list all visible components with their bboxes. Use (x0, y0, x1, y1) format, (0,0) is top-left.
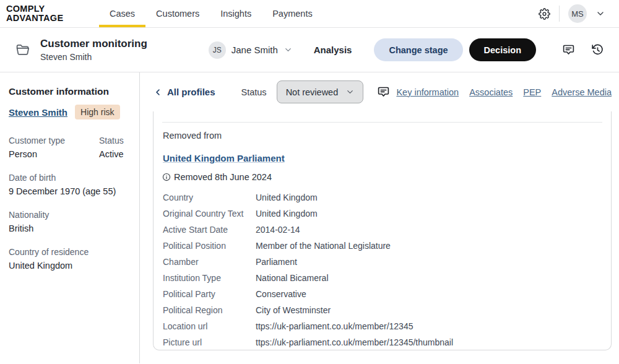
table-row: Location urlttps://uk-parliament.co.uk/m… (162, 318, 602, 334)
row-value: Member of the National Legislature (256, 238, 391, 254)
profile-comments-button[interactable] (377, 85, 390, 98)
field-label: Customer type (9, 136, 99, 145)
nav-item-payments[interactable]: Payments (262, 0, 322, 27)
field-value: British (9, 223, 131, 233)
removed-from-label: Removed from (162, 131, 602, 141)
field-value: Person (9, 149, 99, 159)
nav-item-customers[interactable]: Customers (145, 0, 210, 27)
decision-button[interactable]: Decision (469, 38, 536, 61)
row-value: ttps://uk-parliament.co.uk/member/12345/… (256, 334, 453, 350)
link-key-information[interactable]: Key information (396, 87, 459, 97)
page-body: Customer information Steven Smith High r… (0, 72, 619, 363)
change-stage-button[interactable]: Change stage (374, 38, 462, 61)
logo-line-2: ADVANTAGE (6, 14, 99, 23)
table-row: ChamberParliament (162, 254, 602, 270)
assignee-avatar: JS (209, 41, 226, 59)
case-header-actions: JS Jane Smith Analysis Change stage Deci… (209, 38, 604, 61)
row-label: Chamber (162, 254, 256, 270)
table-row: Political PartyConservative (162, 286, 602, 302)
row-label: Political Position (162, 238, 256, 254)
assignee-dropdown[interactable]: JS Jane Smith (209, 41, 293, 59)
comment-icon (562, 43, 575, 56)
comply-advantage-logo: COMPLY ADVANTAGE (6, 0, 99, 27)
history-icon (591, 43, 604, 56)
source-link[interactable]: United Kingdom Parliament (163, 153, 285, 163)
chevron-down-icon (595, 9, 605, 19)
all-profiles-back-link[interactable]: All profiles (153, 87, 215, 97)
field-date-of-birth: Date of birth 9 December 1970 (age 55) (9, 173, 131, 196)
row-value: 2014-02-14 (256, 222, 300, 238)
user-initials: MS (571, 9, 584, 19)
header-icon-group (562, 43, 604, 56)
link-associates[interactable]: Associates (469, 87, 513, 97)
field-nationality: Nationality British (9, 210, 131, 233)
status-label: Status (241, 87, 267, 97)
chevron-down-icon (284, 45, 293, 54)
status-dropdown[interactable]: Not reviewed (277, 80, 364, 103)
field-value: Active (99, 149, 131, 159)
profile-toolbar: All profiles Status Not reviewed Key inf… (153, 72, 612, 111)
case-subject-name: Steven Smith (40, 52, 147, 62)
profile-main: All profiles Status Not reviewed Key inf… (140, 72, 619, 363)
field-value: United Kingdom (9, 261, 131, 271)
row-label: Location url (162, 318, 256, 334)
status-dropdown-value: Not reviewed (286, 87, 339, 97)
nav-item-insights[interactable]: Insights (210, 0, 262, 27)
field-value: 9 December 1970 (age 55) (9, 186, 131, 196)
row-value: United Kingdom (256, 206, 318, 222)
customer-type-status-row: Customer type Person Status Active (9, 136, 131, 159)
row-label: Active Start Date (162, 222, 256, 238)
risk-badge: High risk (75, 105, 119, 119)
row-label: Political Party (162, 286, 256, 302)
field-label: Status (99, 136, 131, 145)
table-row: CountryUnited Kingdom (162, 189, 602, 206)
row-value: United Kingdom (256, 189, 318, 206)
field-label: Country of residence (9, 247, 131, 257)
gear-icon (539, 8, 550, 20)
nav-item-label: Customers (156, 9, 199, 19)
nav-item-label: Insights (220, 9, 251, 19)
table-row: Original Country TextUnited Kingdom (162, 206, 602, 222)
settings-button[interactable] (539, 8, 550, 20)
history-button[interactable] (591, 43, 604, 56)
table-row: Political PositionMember of the National… (162, 238, 602, 254)
assignee-initials: JS (213, 46, 222, 54)
card-section-divider (162, 122, 602, 123)
folder-icon (15, 42, 30, 58)
link-adverse-media[interactable]: Adverse Media (552, 87, 612, 97)
row-value: Conservative (256, 286, 306, 302)
comment-icon (377, 85, 390, 98)
info-icon (162, 173, 171, 181)
customer-info-sidebar: Customer information Steven Smith High r… (0, 72, 140, 363)
case-title-block: Customer monitoring Steven Smith (40, 38, 147, 62)
chevron-down-icon (345, 87, 355, 97)
row-value: Parliament (256, 254, 297, 270)
chevron-left-icon (153, 87, 163, 97)
row-value: City of Westminster (256, 302, 331, 318)
nav-item-cases[interactable]: Cases (99, 0, 145, 27)
nav-right-group: MS (539, 0, 619, 27)
user-avatar[interactable]: MS (568, 4, 587, 23)
analysis-link[interactable]: Analysis (314, 45, 352, 55)
row-label: Original Country Text (162, 206, 256, 222)
row-label: Political Region (162, 302, 256, 318)
nav-divider (559, 6, 560, 22)
removed-note-text: Removed 8th June 2024 (174, 172, 272, 182)
table-row: Institution TypeNational Bicameral (162, 270, 602, 286)
field-label: Nationality (9, 210, 131, 220)
field-status: Status Active (99, 136, 131, 159)
user-menu-button[interactable] (595, 9, 605, 19)
assignee-name: Jane Smith (232, 45, 278, 55)
customer-identity-row: Steven Smith High risk (9, 105, 131, 119)
field-label: Date of birth (9, 173, 131, 183)
field-country-of-residence: Country of residence United Kingdom (9, 247, 131, 271)
table-row: Picture urlttps://uk-parliament.co.uk/me… (162, 334, 602, 350)
row-value: ttps://uk-parliament.co.uk/member/12345 (256, 318, 413, 334)
customer-name-link[interactable]: Steven Smith (9, 107, 67, 118)
link-pep[interactable]: PEP (523, 87, 541, 97)
table-row: Active Start Date2014-02-14 (162, 222, 602, 238)
removed-note: Removed 8th June 2024 (162, 172, 602, 182)
row-label: Institution Type (162, 270, 256, 286)
pep-detail-card: Removed from United Kingdom Parliament R… (153, 111, 612, 350)
comments-button[interactable] (562, 43, 575, 56)
